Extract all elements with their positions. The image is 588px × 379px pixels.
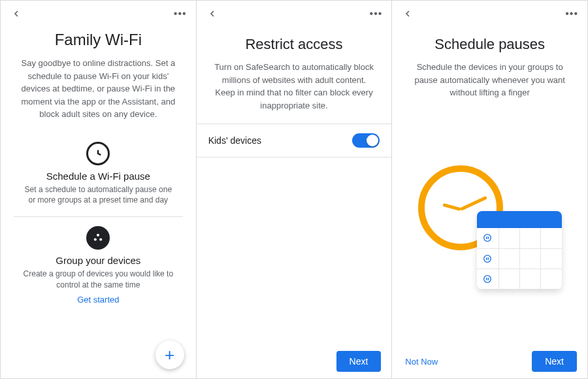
section-desc: Create a group of devices you would like… (16, 269, 180, 291)
next-button[interactable]: Next (532, 351, 577, 372)
more-button[interactable]: ••• (565, 8, 578, 19)
svg-point-2 (99, 239, 102, 241)
svg-point-1 (94, 239, 97, 241)
more-button[interactable]: ••• (174, 8, 187, 19)
page-subtitle: Schedule the devices in your groups to p… (405, 61, 574, 99)
page-title: Restrict access (245, 36, 342, 53)
page-title: Schedule pauses (434, 36, 545, 53)
section-desc: Set a schedule to automatically pause on… (16, 184, 180, 206)
section-title: Schedule a Wi-Fi pause (46, 171, 150, 182)
not-now-button[interactable]: Not Now (402, 352, 440, 372)
more-horizontal-icon: ••• (174, 8, 187, 19)
clock-icon (86, 142, 110, 165)
group-icon (86, 226, 110, 250)
more-horizontal-icon: ••• (565, 8, 578, 19)
schedule-pause-section[interactable]: Schedule a Wi-Fi pause Set a schedule to… (14, 133, 183, 217)
chevron-left-icon (207, 8, 218, 19)
get-started-link[interactable]: Get started (77, 295, 119, 305)
group-devices-section: Group your devices Create a group of dev… (14, 216, 183, 315)
toggle-knob (367, 135, 378, 146)
page-subtitle: Turn on SafeSearch to automatically bloc… (210, 61, 379, 112)
more-button[interactable]: ••• (370, 8, 383, 19)
schedule-pauses-screen: ••• Schedule pauses Schedule the devices… (392, 0, 588, 379)
topbar: ••• (197, 1, 392, 23)
back-button[interactable] (401, 7, 414, 20)
kids-devices-row: Kids' devices (197, 124, 392, 157)
bottombar: Not Now Next (392, 344, 587, 378)
back-button[interactable] (206, 7, 219, 20)
page-subtitle: Say goodbye to online distractions. Set … (14, 57, 183, 121)
svg-point-6 (484, 255, 491, 262)
content: Restrict access Turn on SafeSearch to au… (197, 23, 392, 344)
back-button[interactable] (10, 7, 23, 20)
content: Family Wi-Fi Say goodbye to online distr… (1, 23, 196, 378)
section-title: Group your devices (56, 255, 140, 266)
restrict-access-screen: ••• Restrict access Turn on SafeSearch t… (197, 0, 393, 379)
chevron-left-icon (402, 8, 413, 19)
plus-icon: + (165, 345, 174, 365)
more-horizontal-icon: ••• (370, 8, 383, 19)
svg-point-0 (97, 234, 99, 237)
svg-point-9 (484, 276, 491, 283)
bottombar: Next (197, 344, 392, 378)
schedule-illustration (405, 111, 574, 345)
svg-point-3 (484, 235, 491, 242)
topbar: ••• (392, 1, 587, 23)
content: Schedule pauses Schedule the devices in … (392, 23, 587, 344)
calendar-illustration-icon (477, 211, 562, 289)
next-button[interactable]: Next (336, 351, 382, 372)
page-title: Family Wi-Fi (55, 31, 142, 49)
safesearch-toggle[interactable] (352, 133, 380, 148)
family-wifi-screen: ••• Family Wi-Fi Say goodbye to online d… (0, 0, 197, 379)
row-label: Kids' devices (208, 135, 261, 146)
add-fab[interactable]: + (155, 340, 184, 369)
chevron-left-icon (11, 8, 22, 19)
topbar: ••• (1, 1, 196, 23)
